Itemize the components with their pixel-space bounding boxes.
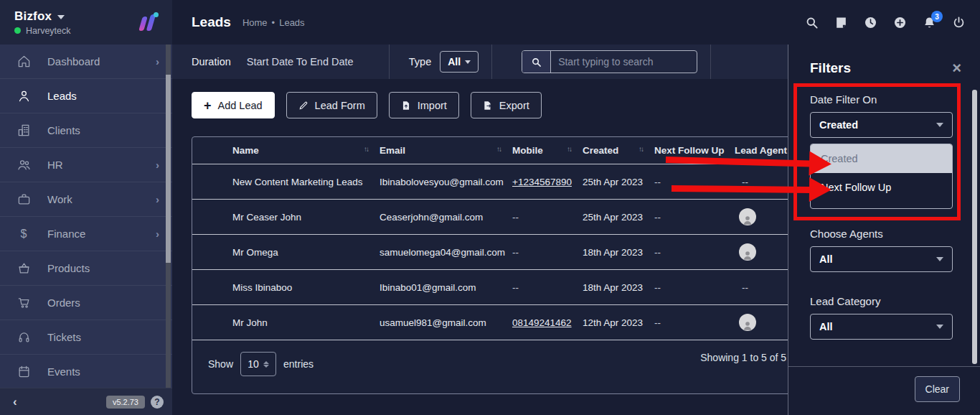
table-row: Mr John usamuel981@gmail.com 08149241462… [192, 305, 835, 340]
column-header-email[interactable]: Email↑↓ [380, 145, 512, 156]
cell-mobile-link[interactable]: 08149241462 [512, 317, 572, 328]
sort-icon[interactable]: ↑↓ [364, 145, 368, 153]
close-icon[interactable]: × [952, 63, 961, 73]
column-header-name[interactable]: Name↑↓ [232, 145, 380, 156]
type-dropdown[interactable]: All [440, 51, 479, 73]
chevron-right-icon: › [156, 55, 159, 67]
sidebar-item-events[interactable]: Events [0, 355, 172, 389]
date-filter-dropdown: Created Next Follow Up [810, 144, 953, 209]
sidebar-item-work[interactable]: Work › [0, 182, 172, 217]
cell-created: 25th Apr 2023 [583, 177, 654, 187]
file-import-icon [401, 101, 411, 111]
search-input[interactable] [551, 51, 697, 73]
agent-avatar [739, 208, 756, 225]
panel-scrollbar-thumb[interactable] [972, 90, 977, 364]
sidebar-nav: Dashboard › Leads Clients HR › Work › $ … [0, 45, 172, 388]
date-range-input[interactable]: Start Date To End Date [247, 56, 376, 67]
agent-avatar [739, 243, 756, 261]
sidebar-scrollbar-thumb[interactable] [166, 75, 171, 263]
sidebar: Bizfox Harveyteck Dashboard › Leads Clie… [0, 0, 172, 415]
table-footer: Show 10 entries Showing 1 to 5 of 5 entr… [192, 340, 835, 393]
sidebar-item-tickets[interactable]: Tickets [0, 320, 172, 355]
leads-table: Name↑↓ Email↑↓ Mobile↑↓ Created↑↓ Next F… [192, 136, 836, 394]
notification-count-badge: 3 [931, 11, 943, 22]
export-button[interactable]: Export [471, 92, 542, 118]
clear-filters-button[interactable]: Clear [915, 376, 960, 402]
breadcrumb-current: Leads [279, 17, 304, 28]
column-header-created[interactable]: Created↑↓ [583, 145, 654, 156]
cell-created: 18th Apr 2023 [583, 247, 654, 258]
cell-mobile-link[interactable]: +1234567890 [512, 177, 572, 187]
cell-name: Mr Ceaser John [232, 212, 380, 223]
sort-icon[interactable]: ↑↓ [496, 145, 501, 153]
type-label: Type [409, 56, 431, 67]
search-icon [522, 51, 551, 73]
filters-panel: Filters × Date Filter On Created Created… [788, 45, 980, 415]
table-row: New Content Marketing Leads Ibinaboloves… [192, 164, 835, 200]
building-icon [16, 123, 32, 139]
help-icon[interactable]: ? [151, 396, 164, 409]
breadcrumb-separator: • [272, 17, 275, 28]
power-icon[interactable] [951, 15, 966, 29]
cart-icon [16, 295, 32, 311]
cell-next-follow-up: -- [654, 317, 735, 328]
sort-icon[interactable]: ↑↓ [639, 145, 643, 153]
cell-mobile: -- [512, 282, 583, 293]
column-header-next-follow-up[interactable]: Next Follow Up [654, 145, 735, 156]
version-badge: v5.2.73 [106, 396, 145, 409]
sidebar-item-hr[interactable]: HR › [0, 148, 172, 182]
search-icon[interactable] [804, 15, 819, 29]
dropdown-option-next-follow-up[interactable]: Next Follow Up [811, 173, 952, 202]
clock-icon[interactable] [863, 15, 877, 29]
show-label: Show [208, 358, 233, 370]
chevron-down-icon [936, 123, 943, 127]
entries-label: entries [283, 358, 314, 370]
home-icon [16, 54, 32, 70]
lead-category-select[interactable]: All [810, 314, 953, 340]
collapse-sidebar-button[interactable]: ‹ [13, 395, 106, 409]
sidebar-item-orders[interactable]: Orders [0, 286, 172, 320]
chevron-down-icon [936, 257, 943, 261]
cell-mobile: -- [512, 247, 583, 258]
cell-email: Ibinabolovesyou@gmail.com [380, 177, 512, 187]
column-header-mobile[interactable]: Mobile↑↓ [512, 145, 583, 156]
sidebar-item-products[interactable]: Products [0, 251, 172, 286]
sort-icon[interactable]: ↑↓ [567, 145, 571, 153]
table-header-row: Name↑↓ Email↑↓ Mobile↑↓ Created↑↓ Next F… [192, 137, 835, 164]
bell-icon[interactable]: 3 [922, 15, 936, 29]
briefcase-icon [16, 192, 32, 208]
file-export-icon [483, 101, 493, 111]
add-icon[interactable] [892, 15, 907, 29]
lead-category-label: Lead Category [810, 295, 880, 307]
duration-label: Duration [192, 56, 231, 67]
cell-created: 12th Apr 2023 [583, 317, 654, 328]
workspace-name: Harveyteck [26, 26, 71, 36]
dropdown-option-created[interactable]: Created [811, 144, 952, 173]
cell-email: samuelomega04@gmail.com [380, 247, 512, 258]
spinner-icon [263, 361, 269, 368]
cell-next-follow-up: -- [654, 212, 735, 223]
import-button[interactable]: Import [389, 92, 459, 118]
date-filter-select[interactable]: Created [810, 112, 953, 138]
table-row: Mr Omega samuelomega04@gmail.com -- 18th… [192, 235, 835, 270]
sidebar-item-leads[interactable]: Leads [0, 79, 172, 113]
agent-avatar [739, 314, 756, 331]
cell-created: 25th Apr 2023 [583, 212, 654, 223]
lead-form-button[interactable]: Lead Form [286, 92, 377, 118]
workspace-switcher[interactable]: Bizfox [14, 9, 135, 24]
add-lead-button[interactable]: + Add Lead [192, 92, 275, 118]
cell-email: usamuel981@gmail.com [380, 317, 512, 328]
page-size-select[interactable]: 10 [240, 352, 276, 376]
breadcrumb-home[interactable]: Home [242, 17, 268, 28]
date-filter-label: Date Filter On [810, 93, 877, 106]
filters-title: Filters [810, 60, 952, 76]
cell-email: Ceaserjohn@gmail.com [380, 212, 512, 223]
sidebar-item-dashboard[interactable]: Dashboard › [0, 45, 172, 79]
choose-agents-select[interactable]: All [810, 246, 953, 272]
sidebar-item-clients[interactable]: Clients [0, 113, 172, 148]
person-icon [16, 88, 32, 104]
breadcrumb: Home • Leads [242, 17, 305, 28]
notes-icon[interactable] [834, 15, 848, 29]
panel-divider [788, 366, 980, 367]
sidebar-item-finance[interactable]: $ Finance › [0, 217, 172, 251]
